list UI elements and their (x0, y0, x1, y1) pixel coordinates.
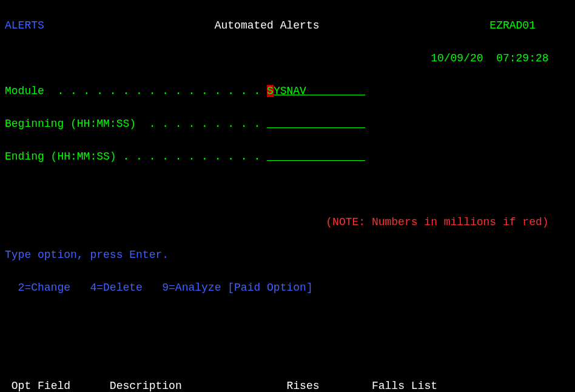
module-input[interactable]: YSNAV (274, 85, 306, 97)
beginning-label: Beginning (HH:MM:SS) . . . . . . . . . (5, 118, 260, 130)
date: 10/09/20 (431, 52, 483, 64)
system-id: EZRAD01 (489, 19, 536, 32)
panel-id: ALERTS (5, 19, 44, 32)
column-headers: Opt Field Description Rises Falls List (5, 378, 570, 392)
time: 07:29:28 (496, 52, 548, 64)
module-label: Module . . . . . . . . . . . . . . . . (5, 85, 260, 97)
beginning-input[interactable] (267, 118, 365, 130)
module-input-cursor[interactable]: S (267, 85, 274, 97)
ending-input[interactable] (267, 150, 365, 163)
module-input-pad[interactable] (306, 85, 365, 97)
option-help: 2=Change 4=Delete 9=Analyze [Paid Option… (5, 282, 313, 294)
ending-label: Ending (HH:MM:SS) . . . . . . . . . . . (5, 150, 260, 163)
note: (NOTE: Numbers in millions if red) (326, 216, 548, 228)
prompt-line: Type option, press Enter. (5, 249, 169, 261)
page-title: Automated Alerts (215, 19, 320, 32)
